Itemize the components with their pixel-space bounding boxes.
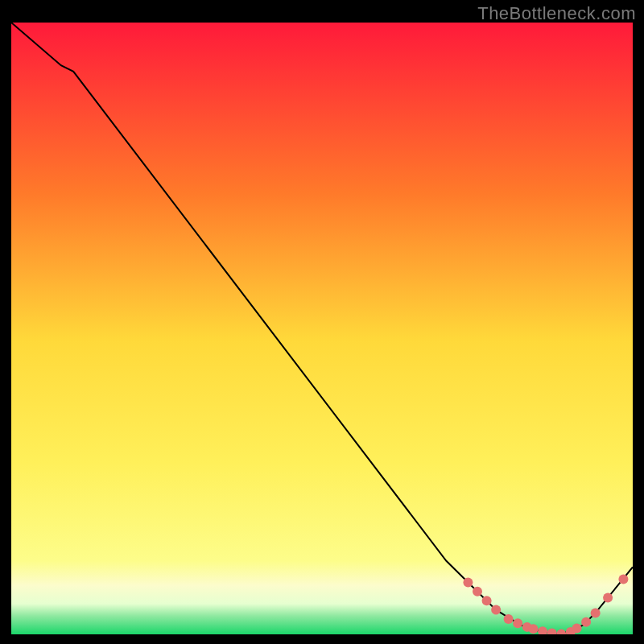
data-dot (482, 596, 492, 605)
chart-frame: TheBottleneck.com (0, 0, 644, 644)
plot-area (11, 23, 633, 634)
data-dot (581, 617, 591, 627)
data-dot (504, 614, 514, 624)
data-dot (603, 592, 613, 602)
chart-svg (11, 23, 633, 634)
data-dot (591, 608, 601, 617)
data-dot (491, 605, 501, 615)
data-dot (572, 623, 582, 633)
data-dot (473, 587, 482, 597)
data-dot (528, 624, 538, 634)
data-dot (618, 575, 628, 584)
data-dot (463, 577, 473, 587)
gradient-background (11, 23, 633, 634)
data-dot (513, 618, 522, 628)
watermark-text: TheBottleneck.com (477, 3, 636, 24)
